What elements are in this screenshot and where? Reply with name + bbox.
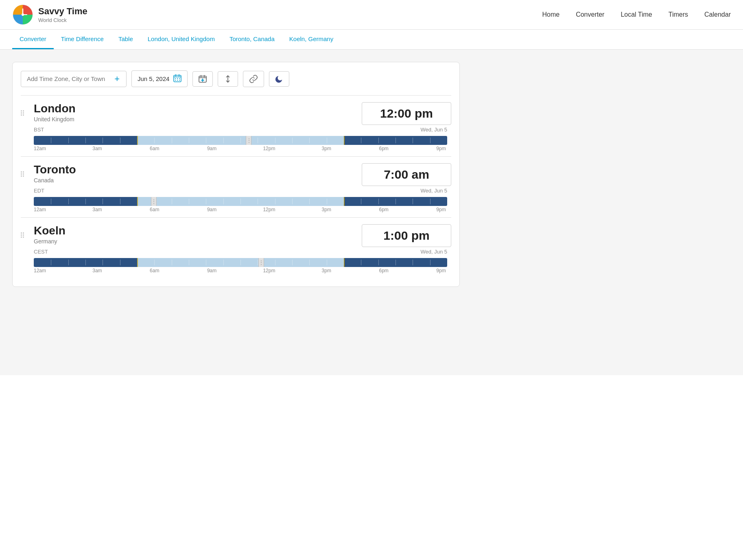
city-name: Koeln [34,224,66,237]
content-area: + Jun 5, 2024 [0,50,743,375]
date-value: Jun 5, 2024 [138,75,169,82]
timeline-slider-handle[interactable] [246,136,251,145]
drag-handle[interactable] [21,163,26,177]
timezone-search-container: + [21,71,127,87]
city-date: Wed, Jun 5 [420,249,447,255]
city-time: 7:00 am [384,168,429,181]
moon-icon [275,75,283,83]
logo-area: Savvy Time World Clock [12,4,87,25]
toolbar: + Jun 5, 2024 [21,70,451,87]
link-icon [249,74,258,83]
timeline-bar[interactable] [34,136,447,145]
nav-calendar[interactable]: Calendar [704,11,731,18]
city-row: Koeln Germany 1:00 pm CEST Wed, Jun 5 [21,217,451,278]
sort-button[interactable] [218,71,238,87]
svg-rect-13 [179,80,180,81]
timeline-bar[interactable] [34,197,447,206]
city-time: 1:00 pm [383,229,429,242]
timeline-container: 12am 3am 6am 9am 12pm 3pm 6pm 9pm [30,197,451,212]
timeline-bar[interactable] [34,258,447,267]
timeline-container: 12am 3am 6am 9am 12pm 3pm 6pm 9pm [30,136,451,151]
svg-rect-8 [175,78,176,79]
city-country: Germany [34,238,66,245]
subnav-table[interactable]: Table [111,30,140,49]
city-top: Toronto Canada 7:00 am [30,163,451,186]
timeline-container: 12am 3am 6am 9am 12pm 3pm 6pm 9pm [30,258,451,273]
subnav-converter[interactable]: Converter [12,30,54,49]
city-row: London United Kingdom 12:00 pm BST Wed, … [21,95,451,156]
nav-converter[interactable]: Converter [576,11,604,18]
dark-mode-button[interactable] [269,71,289,87]
city-tz: EDT [34,188,44,194]
svg-rect-12 [177,80,178,81]
header: Savvy Time World Clock Home Converter Lo… [0,0,743,30]
subnav-london[interactable]: London, United Kingdom [140,30,222,49]
nav-home[interactable]: Home [542,11,559,18]
cities-container: London United Kingdom 12:00 pm BST Wed, … [21,95,451,278]
timezone-search-input[interactable] [27,75,109,82]
logo-icon [12,4,33,25]
city-date: Wed, Jun 5 [420,188,447,194]
subnav-toronto[interactable]: Toronto, Canada [222,30,282,49]
add-calendar-icon [199,75,207,83]
converter-card: + Jun 5, 2024 [12,62,460,287]
svg-rect-11 [175,80,176,81]
add-timezone-button[interactable]: + [114,74,120,83]
subnav-time-difference[interactable]: Time Difference [54,30,111,49]
city-date: Wed, Jun 5 [420,127,447,133]
city-top: Koeln Germany 1:00 pm [30,224,451,247]
date-picker-container: Jun 5, 2024 [131,70,188,87]
timeline-slider-handle[interactable] [258,258,264,267]
city-name: Toronto [34,163,76,176]
nav-local-time[interactable]: Local Time [621,11,652,18]
drag-handle[interactable] [21,224,26,238]
drag-handle[interactable] [21,102,26,116]
calendar-grid-icon[interactable] [173,74,181,83]
timeline-slider-handle[interactable] [151,197,157,206]
site-subtitle: World Clock [38,17,87,23]
add-event-button[interactable] [192,71,213,87]
city-tz-row: BST Wed, Jun 5 [30,127,451,133]
city-country: United Kingdom [34,116,76,122]
city-top: London United Kingdom 12:00 pm [30,102,451,125]
city-time-box[interactable]: 1:00 pm [362,224,451,247]
link-button[interactable] [243,71,264,87]
city-info: Toronto Canada [30,163,76,184]
city-info: Koeln Germany [30,224,66,245]
city-tz: BST [34,127,44,133]
timeline-labels: 12am 3am 6am 9am 12pm 3pm 6pm 9pm [34,207,447,212]
sort-icon [224,75,232,83]
city-name: London [34,102,76,115]
city-tz: CEST [34,249,48,255]
svg-rect-10 [179,78,180,79]
svg-rect-9 [177,78,178,79]
main-nav: Home Converter Local Time Timers Calenda… [542,11,731,18]
city-row: Toronto Canada 7:00 am EDT Wed, Jun 5 [21,156,451,217]
city-time-box[interactable]: 7:00 am [362,163,451,186]
timeline-labels: 12am 3am 6am 9am 12pm 3pm 6pm 9pm [34,268,447,273]
site-title: Savvy Time [38,6,87,17]
city-time: 12:00 pm [380,107,433,120]
sub-nav: Converter Time Difference Table London, … [0,30,743,50]
nav-timers[interactable]: Timers [669,11,688,18]
city-tz-row: EDT Wed, Jun 5 [30,188,451,194]
logo-text: Savvy Time World Clock [38,6,87,23]
city-info: London United Kingdom [30,102,76,122]
subnav-koeln[interactable]: Koeln, Germany [282,30,341,49]
city-country: Canada [34,177,76,184]
city-time-box[interactable]: 12:00 pm [362,102,451,125]
timeline-labels: 12am 3am 6am 9am 12pm 3pm 6pm 9pm [34,146,447,151]
city-tz-row: CEST Wed, Jun 5 [30,249,451,255]
